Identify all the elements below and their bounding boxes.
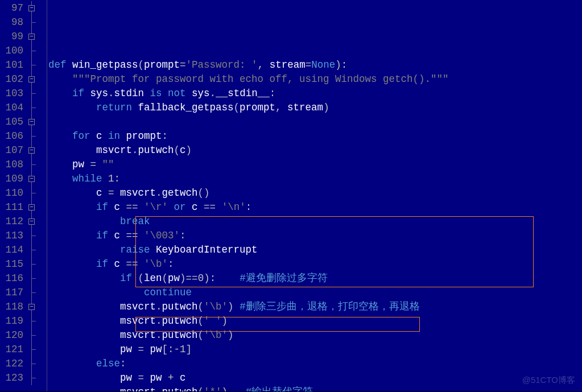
- line-number: 114: [0, 243, 23, 257]
- fold-row[interactable]: −: [26, 115, 47, 129]
- watermark: @51CTO博客: [522, 373, 575, 387]
- fold-toggle-icon[interactable]: −: [28, 176, 35, 182]
- line-number: 111: [0, 200, 23, 214]
- fold-row[interactable]: [26, 44, 47, 58]
- line-number: 97: [0, 1, 23, 15]
- line-number: 106: [0, 129, 23, 143]
- line-number: 109: [0, 172, 23, 186]
- fold-row[interactable]: −: [26, 72, 47, 86]
- fold-toggle-icon[interactable]: −: [28, 34, 35, 40]
- fold-row[interactable]: −: [26, 214, 47, 229]
- fold-toggle-icon[interactable]: −: [28, 76, 35, 82]
- code-line[interactable]: """Prompt for password with echo off, us…: [48, 72, 582, 86]
- code-line[interactable]: if c == '\b':: [48, 257, 582, 271]
- code-line[interactable]: c = msvcrt.getwch(): [48, 186, 582, 200]
- fold-row[interactable]: [26, 229, 47, 243]
- fold-row[interactable]: [26, 58, 47, 72]
- line-number-gutter: 9798991001011021031041051061071081091101…: [0, 0, 26, 391]
- fold-row[interactable]: [26, 257, 47, 271]
- code-line[interactable]: [48, 115, 582, 129]
- fold-row[interactable]: [26, 86, 47, 101]
- fold-row[interactable]: −: [26, 200, 47, 214]
- fold-row[interactable]: [26, 101, 47, 115]
- fold-row[interactable]: −: [26, 143, 47, 158]
- line-number: 99: [0, 30, 23, 44]
- line-number: 120: [0, 328, 23, 343]
- code-area[interactable]: def win_getpass(prompt='Password: ', str…: [47, 0, 582, 391]
- code-line[interactable]: pw = pw + c: [48, 371, 582, 385]
- code-line[interactable]: return fallback_getpass(prompt, stream): [48, 101, 582, 115]
- code-line[interactable]: msvcrt.putwch(c): [48, 143, 582, 158]
- code-line[interactable]: pw = "": [48, 158, 582, 172]
- line-number: 112: [0, 214, 23, 229]
- fold-row[interactable]: [26, 271, 47, 286]
- line-number: 118: [0, 300, 23, 314]
- line-number: 105: [0, 115, 23, 129]
- line-number: 100: [0, 44, 23, 58]
- fold-toggle-icon[interactable]: −: [28, 218, 35, 225]
- code-line[interactable]: def win_getpass(prompt='Password: ', str…: [48, 58, 582, 72]
- line-number: 103: [0, 86, 23, 101]
- code-line[interactable]: msvcrt.putwch('\b') #删除三步曲，退格，打印空格，再退格: [48, 300, 582, 314]
- code-editor[interactable]: 9798991001011021031041051061071081091101…: [0, 0, 582, 391]
- code-line[interactable]: else:: [48, 357, 582, 371]
- fold-toggle-icon[interactable]: −: [28, 304, 35, 310]
- fold-row[interactable]: [26, 186, 47, 200]
- fold-row[interactable]: [26, 158, 47, 172]
- line-number: 117: [0, 286, 23, 300]
- line-number: 104: [0, 101, 23, 115]
- fold-column[interactable]: −−−−−−−−−: [26, 0, 47, 391]
- code-line[interactable]: if c == '\r' or c == '\n':: [48, 200, 582, 214]
- line-number: 110: [0, 186, 23, 200]
- fold-row[interactable]: [26, 371, 47, 385]
- fold-toggle-icon[interactable]: −: [28, 5, 35, 11]
- fold-toggle-icon[interactable]: −: [28, 204, 35, 211]
- code-line[interactable]: continue: [48, 286, 582, 300]
- fold-toggle-icon[interactable]: −: [28, 119, 35, 125]
- line-number: 107: [0, 143, 23, 158]
- code-line[interactable]: while 1:: [48, 172, 582, 186]
- fold-row[interactable]: [26, 328, 47, 343]
- line-number: 108: [0, 158, 23, 172]
- fold-row[interactable]: −: [26, 30, 47, 44]
- code-line[interactable]: msvcrt.putwch('*') #输出替代字符: [48, 385, 582, 392]
- fold-toggle-icon[interactable]: −: [28, 147, 35, 154]
- code-line[interactable]: if (len(pw)==0): #避免删除过多字符: [48, 271, 582, 286]
- fold-row[interactable]: [26, 343, 47, 357]
- line-number: 116: [0, 271, 23, 286]
- line-number: 101: [0, 58, 23, 72]
- code-line[interactable]: if sys.stdin is not sys.__stdin__:: [48, 86, 582, 101]
- fold-row[interactable]: [26, 286, 47, 300]
- line-number: 113: [0, 229, 23, 243]
- fold-row[interactable]: [26, 129, 47, 143]
- line-number: 102: [0, 72, 23, 86]
- fold-row[interactable]: [26, 15, 47, 30]
- fold-row[interactable]: [26, 314, 47, 328]
- line-number: 123: [0, 371, 23, 385]
- line-number: 98: [0, 15, 23, 30]
- line-number: 119: [0, 314, 23, 328]
- code-line[interactable]: msvcrt.putwch(' '): [48, 314, 582, 328]
- code-line[interactable]: msvcrt.putwch('\b'): [48, 328, 582, 343]
- line-number: 122: [0, 357, 23, 371]
- code-line[interactable]: raise KeyboardInterrupt: [48, 243, 582, 257]
- fold-row[interactable]: −: [26, 172, 47, 186]
- fold-row[interactable]: [26, 243, 47, 257]
- line-number: 121: [0, 343, 23, 357]
- fold-row[interactable]: [26, 357, 47, 371]
- code-line[interactable]: if c == '\003':: [48, 229, 582, 243]
- code-line[interactable]: break: [48, 214, 582, 229]
- fold-row[interactable]: −: [26, 300, 47, 314]
- line-number: 115: [0, 257, 23, 271]
- code-line[interactable]: for c in prompt:: [48, 129, 582, 143]
- fold-row[interactable]: −: [26, 1, 47, 15]
- code-line[interactable]: pw = pw[:-1]: [48, 343, 582, 357]
